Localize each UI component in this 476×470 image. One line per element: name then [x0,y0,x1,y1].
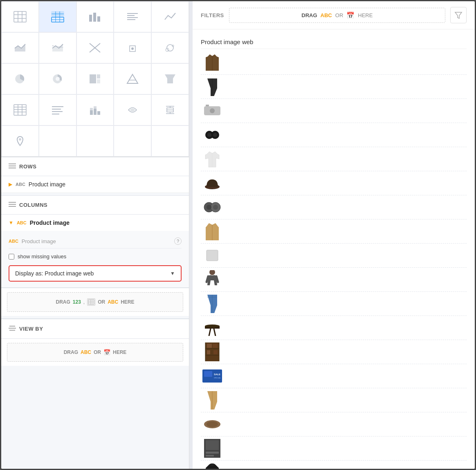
filter-icon-button[interactable] [450,7,467,23]
bubble-chart-cell[interactable] [151,32,189,63]
column-chevron-down-icon: ▼ [9,220,13,226]
radial-chart-cell[interactable] [114,94,151,125]
show-missing-checkbox[interactable] [9,254,14,260]
svg-rect-63 [88,300,94,304]
drag-text-1: DRAG [56,299,70,305]
columns-drag-zone[interactable]: DRAG 123 , OR ABC HERE [7,292,183,312]
svg-rect-102 [204,371,212,377]
product-image-cell [201,294,224,313]
column-sub-options: ABC Product image ? show missing values … [1,231,189,288]
view-by-section: VIEW BY DRAG ABC OR 📅 HERE [1,318,189,366]
svg-rect-98 [213,344,218,348]
area-chart-cell[interactable] [1,32,39,63]
product-row [201,388,467,412]
svg-point-28 [56,77,60,81]
empty-cell-4 [151,125,189,157]
svg-rect-45 [90,110,93,115]
pyramid-chart-cell[interactable] [114,63,151,94]
svg-rect-30 [97,74,100,78]
funnel-chart-cell[interactable] [151,63,189,94]
x-chart-cell[interactable] [76,32,114,63]
rows-section-header: ROWS [1,157,189,176]
rows-label: ROWS [19,163,36,170]
column-sub-abc-label: ABC [9,239,18,244]
vb-cal-icon: 📅 [103,349,110,356]
svg-rect-97 [207,344,212,348]
product-row [201,195,467,219]
svg-marker-34 [165,74,175,83]
row-chart-icon[interactable] [39,1,76,32]
columns-section-header: COLUMNS [1,195,189,215]
show-missing-row: show missing values [9,251,182,264]
svg-rect-0 [14,11,26,22]
filter-bar: FILTERS DRAG ABC OR 📅 HERE [193,1,475,29]
treemap-chart-cell[interactable] [76,63,114,94]
right-panel: FILTERS DRAG ABC OR 📅 HERE Product image… [193,1,475,469]
empty-cell-2 [76,125,114,157]
vb-or: OR [94,349,101,355]
filter-cal-icon: 📅 [346,11,355,19]
column-expanded-header[interactable]: ▼ ABC Product image [1,215,189,231]
svg-rect-35 [14,105,26,115]
product-image-cell [201,415,224,434]
filter-drop-zone[interactable]: DRAG ABC OR 📅 HERE [229,8,445,23]
product-image-cell [201,174,224,192]
product-row [201,316,467,340]
product-image-cell [201,246,224,265]
product-row [201,123,467,147]
product-image-cell [201,318,224,337]
columns-label: COLUMNS [19,202,47,208]
pie-chart-cell[interactable] [1,63,39,94]
product-row [201,219,467,244]
column-field-label-row: ABC Product image ? [9,235,182,248]
text-table-chart-cell[interactable] [39,94,76,125]
bar-chart-cell[interactable] [76,1,114,32]
product-image-cell [201,463,224,469]
svg-point-84 [213,205,218,210]
vb-abc: ABC [81,349,91,355]
svg-point-86 [209,270,215,275]
box-plot-chart-cell[interactable] [151,94,189,125]
empty-cell-3 [114,125,151,157]
combo-chart-cell[interactable] [39,32,76,63]
product-image-cell [201,101,224,120]
left-panel: ROWS ▶ ABC Product image COLUMNS [1,1,189,469]
column-expanded-item: ▼ ABC Product image ABC Product image ? … [1,215,189,288]
svg-line-92 [214,329,216,336]
rows-section-icon [9,163,16,170]
grid-table-chart-cell[interactable] [1,94,39,125]
donut-chart-cell[interactable] [39,63,76,94]
rows-field-item[interactable]: ▶ ABC Product image [1,176,189,193]
display-as-dropdown[interactable]: Display as: Product image web ▼ [9,265,182,282]
scatter-chart-cell[interactable] [114,32,151,63]
product-image-cell [201,391,224,410]
drag-grid-icon [87,298,95,306]
chart-type-grid [1,1,189,157]
product-row [201,171,467,195]
svg-point-27 [172,45,174,47]
product-row [201,292,467,316]
svg-point-74 [210,108,215,113]
svg-rect-46 [90,108,93,110]
list-chart-cell[interactable] [114,1,151,32]
product-row [201,461,467,469]
svg-rect-49 [97,111,100,115]
display-as-text: Display as: Product image web [15,270,94,277]
help-icon[interactable]: ? [174,237,182,245]
line-chart-cell[interactable] [151,1,189,32]
svg-marker-32 [127,74,138,83]
svg-point-107 [207,421,218,427]
svg-point-56 [19,138,21,141]
svg-rect-75 [206,105,209,106]
table-chart-icon[interactable] [1,1,39,32]
view-by-drag-zone[interactable]: DRAG ABC OR 📅 HERE [7,343,183,362]
svg-rect-47 [94,109,97,115]
svg-rect-11 [89,15,92,22]
svg-rect-111 [206,455,214,457]
map-chart-cell[interactable] [1,125,39,157]
stacked-bar-chart-cell[interactable] [76,94,114,125]
svg-text:SALE: SALE [214,373,220,376]
column-sub-field-name: Product image [22,238,56,244]
product-image-cell [201,77,224,96]
svg-point-83 [207,205,211,210]
